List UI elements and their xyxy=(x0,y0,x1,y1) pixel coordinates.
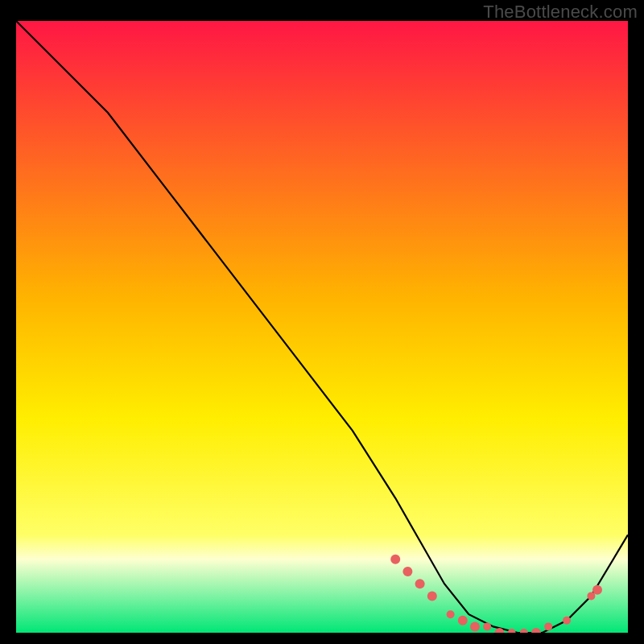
data-marker xyxy=(563,617,571,625)
data-marker xyxy=(592,585,602,595)
data-marker xyxy=(427,591,437,601)
bottleneck-chart xyxy=(16,21,628,633)
data-marker xyxy=(447,610,455,618)
watermark-text: TheBottleneck.com xyxy=(483,2,638,23)
chart-frame: TheBottleneck.com xyxy=(0,0,644,644)
data-marker xyxy=(402,567,412,576)
data-marker xyxy=(483,622,491,630)
data-marker xyxy=(415,579,425,588)
data-marker xyxy=(390,555,400,564)
data-marker xyxy=(544,622,552,630)
data-marker xyxy=(458,616,468,625)
data-marker xyxy=(470,621,480,631)
